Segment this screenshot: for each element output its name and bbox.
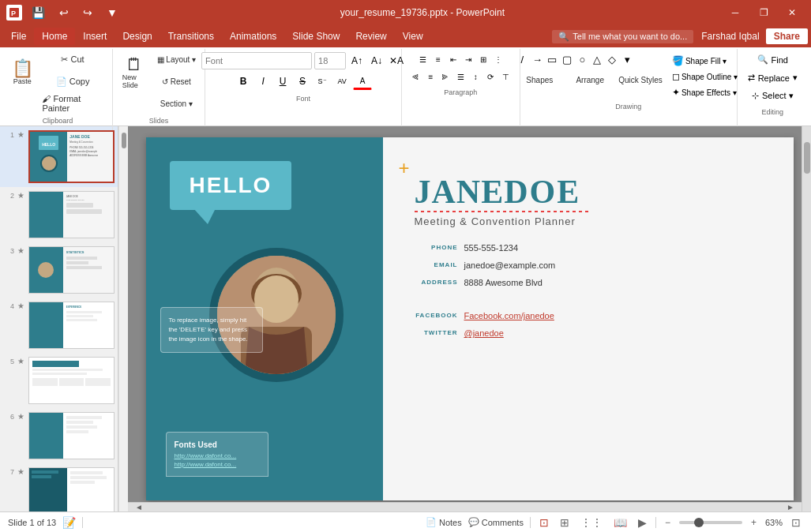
menu-file[interactable]: File [3,28,34,45]
italic-button[interactable]: I [254,73,272,90]
slide-item-5[interactable]: 5 ★ [0,353,118,408]
increase-font-button[interactable]: A↑ [348,52,366,69]
redo-button[interactable]: ↪ [78,5,97,21]
font-color-button[interactable]: A [353,73,372,90]
slide-panel-scrollbar[interactable] [118,126,128,511]
slideshow-view-button[interactable]: ▶ [636,515,649,530]
canvas-scrollbar-vertical[interactable] [802,126,811,511]
shape-rect[interactable]: ▭ [545,52,559,66]
reading-view-button[interactable]: 📖 [611,515,629,530]
shape-outline-button[interactable]: ◻ Shape Outline ▾ [668,69,742,84]
quick-styles-button[interactable]: Quick Styles [616,69,665,90]
menu-review[interactable]: Review [347,28,394,45]
shape-fill-button[interactable]: 🪣 Shape Fill ▾ [668,54,742,68]
shadow-button[interactable]: S⁻ [314,73,331,90]
undo-button[interactable]: ↩ [54,5,73,21]
replace-box[interactable]: To replace image, simply hit the 'DELETE… [160,307,263,353]
decrease-indent-button[interactable]: ⇤ [446,52,460,66]
menu-search[interactable]: 🔍 Tell me what you want to do... [552,30,693,43]
outline-view-button[interactable]: ⊞ [558,515,572,530]
hscroll-left-button[interactable]: ◄ [133,503,145,511]
slide-thumb-1[interactable]: HELLO JANE DOE Meeting & Convention PHON… [28,130,115,183]
fonts-box[interactable]: Fonts Used http://www.dafont.co... http:… [166,432,268,477]
layout-button[interactable]: ▦ Layout ▾ [152,49,200,69]
slide-item-4[interactable]: 4 ★ EXPERIENCE [0,298,118,353]
paste-button[interactable]: 📋 Paste [8,49,36,96]
slide-thumb-3[interactable]: STATISTICS [28,246,115,294]
shapes-button[interactable]: Shapes [515,69,564,90]
shape-arrow[interactable]: → [530,52,544,66]
notes-button[interactable]: 📄 Notes [426,517,462,527]
hscroll-right-button[interactable]: ► [784,503,797,511]
slide-sorter-button[interactable]: ⋮⋮ [578,515,605,530]
slide-thumb-6[interactable] [28,412,115,459]
facebook-value[interactable]: Facebook.com/janedoe [464,311,554,320]
shape-diamond[interactable]: ◇ [605,52,619,66]
slide-item-6[interactable]: 6 ★ [0,408,118,463]
font-family-input[interactable] [201,52,312,69]
menu-insert[interactable]: Insert [75,28,115,45]
shape-circle[interactable]: ○ [575,52,589,66]
vscroll-thumb[interactable] [804,142,810,174]
menu-design[interactable]: Design [115,28,160,45]
minimize-button[interactable]: ─ [723,5,748,21]
menu-home[interactable]: Home [34,28,75,45]
canvas-scrollbar-horizontal[interactable]: ◄ ► [128,502,802,511]
shape-more[interactable]: ▾ [620,52,634,66]
find-button[interactable]: 🔍 Find [752,52,794,67]
font-link-2[interactable]: http://www.dafont.co... [175,461,260,468]
shape-line[interactable]: / [515,52,529,66]
bullet-list-button[interactable]: ☰ [416,52,430,66]
slide-notes-icon[interactable]: 📝 [62,516,76,529]
replace-button[interactable]: ⇄ Replace ▾ [742,70,803,85]
menu-view[interactable]: View [395,28,431,45]
cut-button[interactable]: ✂ Cut [38,49,107,69]
copy-button[interactable]: 📄 Copy [38,71,107,92]
menu-slideshow[interactable]: Slide Show [284,28,347,45]
slide-thumb-4[interactable]: EXPERIENCE [28,302,115,349]
increase-indent-button[interactable]: ⇥ [461,52,475,66]
select-button[interactable]: ⊹ Select ▾ [746,88,799,103]
twitter-value[interactable]: @janedoe [464,328,504,338]
normal-view-button[interactable]: ⊡ [537,515,551,530]
section-button[interactable]: Section ▾ [152,93,200,114]
zoom-slider[interactable] [679,521,742,524]
bold-button[interactable]: B [235,73,252,90]
shape-effects-button[interactable]: ✦ Shape Effects ▾ [668,85,742,99]
shape-rounded-rect[interactable]: ▢ [560,52,574,66]
line-spacing-button[interactable]: ↕ [468,69,482,84]
shape-triangle[interactable]: △ [590,52,604,66]
underline-button[interactable]: U [274,73,291,90]
zoom-out-button[interactable]: − [663,515,673,530]
align-center-button[interactable]: ≡ [423,69,437,84]
align-right-button[interactable]: ⫸ [438,69,452,84]
numbered-list-button[interactable]: ≡ [431,52,445,66]
slide-thumb-5[interactable] [28,357,115,404]
reset-button[interactable]: ↺ Reset [152,71,200,92]
customize-button[interactable]: ▼ [102,5,122,21]
arrange-button[interactable]: Arrange [565,69,614,90]
slide-canvas[interactable]: HELLO [146,137,794,500]
convert-smartart-button[interactable]: ⊞ [476,52,490,66]
save-button[interactable]: 💾 [27,5,50,21]
strikethrough-button[interactable]: S [294,73,311,90]
fit-window-button[interactable]: ⊡ [789,515,803,530]
new-slide-button[interactable]: 🗒 New Slide [118,49,152,96]
columns-button[interactable]: ⋮ [491,52,505,66]
menu-animations[interactable]: Animations [222,28,284,45]
justify-button[interactable]: ☰ [453,69,467,84]
restore-button[interactable]: ❐ [751,5,776,21]
zoom-in-button[interactable]: + [749,515,759,530]
align-left-button[interactable]: ⫷ [408,69,422,84]
menu-transitions[interactable]: Transitions [160,28,222,45]
decrease-font-button[interactable]: A↓ [368,52,385,69]
slide-item-7[interactable]: 7 ★ [0,463,118,511]
close-button[interactable]: ✕ [779,5,805,21]
font-link-1[interactable]: http://www.dafont.co... [175,452,260,459]
slide-item-2[interactable]: 2 ★ JANE DOE Profile summary text here [0,187,118,242]
char-spacing-button[interactable]: AV [333,73,351,90]
comments-button[interactable]: 💬 Comments [468,517,524,527]
slide-item-3[interactable]: 3 ★ STATISTICS [0,242,118,298]
share-button[interactable]: Share [766,28,808,44]
font-size-input[interactable] [314,52,346,69]
